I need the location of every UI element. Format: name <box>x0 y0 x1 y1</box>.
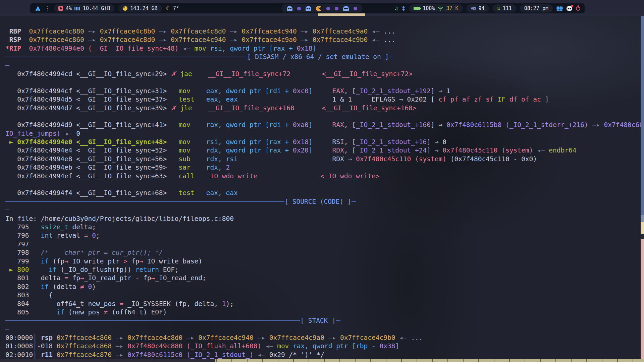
workspace-indicators <box>281 4 363 12</box>
temperature: 7° <box>173 5 179 11</box>
terminal-line: 0x7f480c4994d9 <__GI__IO_file_sync+41> m… <box>5 121 641 129</box>
disk-usage: 143.24 GB <box>130 5 157 11</box>
terminal-line: 00:0000│ rsp 0x7ffcace4c860 —▸ 0x7ffcace… <box>5 334 641 342</box>
menu-dots-icon[interactable]: ⋮ <box>45 5 50 11</box>
battery-network-pill[interactable]: 100% 37 K <box>409 4 463 12</box>
terminal-line: 804 off64_t new_pos = _IO_SYSSEEK (fp, d… <box>5 300 641 308</box>
terminal-line: 0x7f480c4994cd <__GI__IO_file_sync+29> ✗… <box>5 70 641 78</box>
terminal-line: 801 delta = fp→_IO_read_ptr - fp→_IO_rea… <box>5 274 641 282</box>
cpu-icon <box>58 6 63 11</box>
terminal-line: IO_file_jumps) ◂— 0 <box>5 129 641 138</box>
system-stats-pill[interactable]: 4% 10.44 GiB <box>54 4 114 12</box>
section-title: [ SOURCE (CODE) ] <box>284 197 352 206</box>
terminal-line: 01:0008│-018 0x7ffcace4c868 —▸ 0x7f480c4… <box>5 342 641 350</box>
workspace-dot-icon[interactable] <box>335 7 338 10</box>
music-icon[interactable]: ♫ <box>395 5 398 11</box>
terminal-line: In file: /home/cub3y0nd/Projects/glibc/l… <box>5 215 641 223</box>
workspace-ghost-icon[interactable] <box>343 6 349 11</box>
terminal-line: 0x7f480c4994ef <__GI__IO_file_sync+63> c… <box>5 172 641 180</box>
speaker-icon <box>471 6 476 11</box>
terminal-line: ► 800 if (_IO_do_flush(fp)) return EOF; <box>5 265 641 274</box>
power-icon[interactable] <box>576 6 580 11</box>
disk-pill[interactable]: 143.24 GB <box>118 4 162 12</box>
terminal-line: 803 { <box>5 291 641 299</box>
battery-level: 100% <box>423 5 435 11</box>
terminal-line: 799 if (fp→_IO_write_ptr > fp→_IO_write_… <box>5 257 641 265</box>
workspace-dot-icon[interactable] <box>326 7 330 10</box>
terminal-line: RBP 0x7ffcace4c880 —▸ 0x7ffcace4c8b0 —▸ … <box>5 27 641 36</box>
workspace-ghost-icon[interactable] <box>287 6 292 11</box>
terminal-line: 0x7f480c4994f4 <__GI__IO_file_sync+68> t… <box>5 189 641 197</box>
terminal-line: 0x7f480c4994eb <__GI__IO_file_sync+59> s… <box>5 163 641 172</box>
terminal-line: 797 <box>5 240 641 248</box>
clock: 08:27 pm <box>524 5 548 11</box>
terminal-line: ─ <box>5 61 641 70</box>
section-separator: [ DISASM / x86-64 / set emulate on ] <box>5 53 641 61</box>
bluetooth-icon[interactable] <box>401 6 406 11</box>
terminal-line: 805 if (new_pos ≠ (off64_t) EOF) <box>5 308 641 316</box>
memory-usage: 10.44 GiB <box>83 5 110 11</box>
terminal-line: RSP 0x7ffcace4c860 —▸ 0x7ffcace4c8d0 —▸ … <box>5 36 641 44</box>
terminal-line: 802 if (delta ≠ 0) <box>5 283 641 291</box>
volume-pill[interactable]: 94 <box>467 4 489 12</box>
terminal-line: *RIP 0x7f480c4994e0 (__GI__IO_file_sync+… <box>5 44 641 53</box>
volume-level: 94 <box>479 5 485 11</box>
battery-icon <box>414 7 420 10</box>
wallpaper-top-gap <box>0 13 644 16</box>
wifi-icon <box>437 6 443 11</box>
status-bar: ⋮ 4% 10.44 GiB 143.24 GB ☾ 7° ♫ 100% 37 … <box>30 3 585 13</box>
updates-count: 111 <box>503 5 512 11</box>
disk-icon <box>123 6 127 11</box>
terminal-line: 795 ssize_t delta; <box>5 223 641 231</box>
updates-icon: ⇅ <box>497 5 500 11</box>
terminal-line <box>5 112 641 121</box>
workspace-dot-icon[interactable] <box>354 7 357 10</box>
terminal-line: 02:0010│ r11 0x7ffcace4c870 —▸ 0x7f480c6… <box>5 351 641 359</box>
terminal-line: ─ <box>5 325 641 334</box>
terminal-line <box>5 78 641 86</box>
ram-icon <box>74 7 80 10</box>
section-separator: [ STACK ] <box>5 316 641 325</box>
terminal-line: 0x7f480c4994d7 <__GI__IO_file_sync+39> ✗… <box>5 104 641 112</box>
terminal-window[interactable]: RBP 0x7ffcace4c880 —▸ 0x7ffcace4c8b0 —▸ … <box>0 16 641 359</box>
terminal-line: 796 int retval = 0; <box>5 231 641 240</box>
clock-pill[interactable]: 08:27 pm <box>520 4 553 12</box>
terminal-line: 0x7f480c4994e8 <__GI__IO_file_sync+56> s… <box>5 155 641 163</box>
terminal-line: ─ <box>5 206 641 214</box>
workspace-ghost-icon[interactable] <box>306 6 311 11</box>
section-title: [ DISASM / x86-64 / set emulate on ] <box>247 53 389 61</box>
section-separator: [ SOURCE (CODE) ] <box>5 197 641 206</box>
terminal-line: 0x7f480c4994e4 <__GI__IO_file_sync+52> m… <box>5 146 641 155</box>
terminal-line: 0x7f480c4994d5 <__GI__IO_file_sync+37> t… <box>5 95 641 104</box>
network-rate: 37 K <box>446 5 458 11</box>
discord-icon[interactable] <box>567 6 572 11</box>
section-title: [ STACK ] <box>300 316 336 325</box>
arch-logo-icon[interactable] <box>35 6 41 11</box>
workspace-pacman-icon[interactable] <box>316 6 322 11</box>
terminal-line: 0x7f480c4994cf <__GI__IO_file_sync+31> m… <box>5 87 641 95</box>
updates-pill[interactable]: ⇅ 111 <box>493 4 516 12</box>
moon-icon: ☾ <box>166 5 169 11</box>
terminal-line: ► 0x7f480c4994e0 <__GI__IO_file_sync+48>… <box>5 138 641 146</box>
keyboard-icon[interactable] <box>556 6 563 11</box>
wallpaper-right-sliver <box>641 16 644 359</box>
terminal-line <box>5 180 641 189</box>
status-bar-left: ⋮ 4% 10.44 GiB 143.24 GB ☾ 7° <box>30 4 179 12</box>
cpu-usage: 4% <box>66 5 72 11</box>
status-bar-right: ♫ 100% 37 K 94 ⇅ 111 08:27 pm <box>395 4 585 12</box>
terminal-line: 798 /* char* ptr = cur_ptr(); */ <box>5 248 641 257</box>
wallpaper-bottom-strip <box>0 359 644 362</box>
workspace-dot-icon[interactable] <box>297 7 301 10</box>
